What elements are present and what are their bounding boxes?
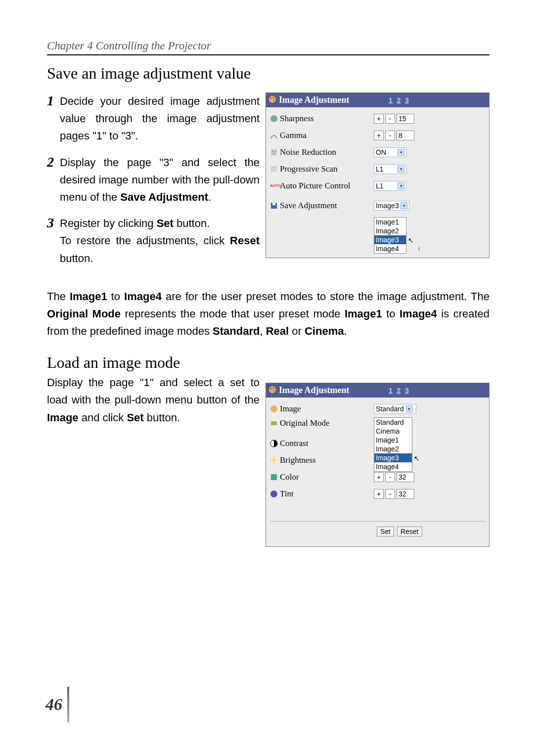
page-tab-1[interactable]: 1 [389,96,393,104]
dropdown-option[interactable]: Cinema [374,427,412,436]
gamma-icon [270,132,278,139]
step-number: 3 [47,215,60,267]
header-rule [47,54,490,55]
dropdown-option-selected[interactable]: Image3↖ [374,453,412,462]
svg-point-17 [273,390,275,392]
page-number: 46 [45,695,62,714]
page-tabs: 1 2 3 [388,96,410,104]
step-3: 3 Register by clicking Set button. To re… [47,215,260,267]
minus-button[interactable]: - [385,114,395,124]
section-title-save: Save an image adjustment value [47,64,490,83]
svg-point-3 [273,100,275,101]
apc-label: Auto Picture Control [280,181,351,191]
dropdown-option[interactable]: Image2 [374,226,406,235]
apc-select[interactable]: L1▾ [374,181,406,191]
save-label: Save Adjustment [280,201,337,211]
progressive-label: Progressive Scan [280,164,338,174]
contrast-label: Contrast [280,439,309,448]
tint-value[interactable]: 32 [397,489,414,499]
svg-rect-19 [271,421,277,425]
panel-title: Image Adjustment [279,385,350,396]
cursor-icon: ↖ [408,236,414,245]
panel-body: Sharpness + - 15 Gamma + - 8 [266,107,489,258]
panel-title: Image Adjustment [279,95,350,105]
image-label: Image [280,404,301,414]
panel-header: Image Adjustment 1 2 3 [266,93,489,107]
chevron-down-icon: ▾ [398,149,404,156]
svg-point-2 [273,97,274,99]
save-dropdown[interactable]: Image1 Image2 Image3↖ Image4 [374,217,406,254]
chevron-down-icon: ▾ [398,182,404,189]
color-value[interactable]: 32 [397,472,414,482]
image-select[interactable]: Standard▾ [374,404,416,414]
step-body: Decide your desired image adjustment val… [60,92,260,145]
svg-point-1 [270,98,272,99]
load-description: Display the page "1" and select a set to… [47,374,260,426]
page-tab-2[interactable]: 2 [397,386,400,395]
dropdown-option[interactable]: Image2 [374,445,412,453]
dropdown-option-selected[interactable]: Image3↖ [374,235,406,244]
image-adjustment-panel-page3: Image Adjustment 1 2 3 Sharpness + - 15 [266,92,490,258]
svg-point-21 [272,458,276,462]
palette-icon [268,95,276,103]
svg-point-4 [270,115,277,122]
contrast-icon [270,440,278,447]
svg-point-8 [273,153,274,154]
plus-button[interactable]: + [374,131,384,140]
page-tab-3[interactable]: 3 [405,96,409,104]
preset-description: The Image1 to Image4 are for the user pr… [47,288,490,340]
panel-header: Image Adjustment 1 2 3 [266,383,489,398]
page-tab-3[interactable]: 3 [405,386,409,395]
progressive-select[interactable]: L1▾ [374,164,406,174]
minus-button[interactable]: - [385,131,395,140]
image-dropdown[interactable]: Standard Cinema Image1 Image2 Image3↖ Im… [374,417,412,472]
noise-label: Noise Reduction [280,147,336,157]
svg-point-18 [270,405,277,412]
gamma-label: Gamma [280,131,307,140]
dropdown-option[interactable]: Image1 [374,218,406,226]
page-tabs: 1 2 3 [388,386,410,395]
set-button[interactable]: Set [377,527,394,536]
brightness-label: Brightness [280,455,316,465]
image-adjustment-panel-page1: Image Adjustment 1 2 3 Image Standard▾ [266,383,490,547]
dropdown-option[interactable]: Image4 [374,462,412,471]
dropdown-option[interactable]: Image1 [374,436,412,445]
plus-button[interactable]: + [374,472,384,482]
step-2: 2 Display the page "3" and select the de… [47,154,260,206]
chevron-down-icon: ▾ [398,166,404,173]
auto-icon: AUTO [270,182,278,190]
dropdown-option[interactable]: Image4 [374,244,406,253]
progressive-icon [270,165,278,173]
page-tab-2[interactable]: 2 [397,96,400,104]
page-tab-1[interactable]: 1 [389,386,393,395]
tint-label: Tint [280,489,294,499]
sharpness-value[interactable]: 15 [397,114,414,124]
page-number-bar: 46 [45,687,69,722]
svg-point-7 [274,151,275,152]
svg-point-14 [269,386,276,393]
svg-rect-26 [271,474,277,480]
sharpness-icon [270,115,278,123]
panel-footer: Set Reset [270,521,485,542]
plus-button[interactable]: + [374,114,384,124]
save-icon [270,202,278,210]
dropdown-option[interactable]: Standard [374,418,412,427]
svg-rect-5 [271,149,277,155]
plus-button[interactable]: + [374,489,384,499]
step-body: Display the page "3" and select the desi… [60,154,260,206]
reset-button[interactable]: Reset [397,527,422,536]
noise-select[interactable]: ON▾ [374,147,406,157]
minus-button[interactable]: - [385,489,395,499]
save-select[interactable]: Image3▾ [374,201,409,211]
minus-button[interactable]: - [385,472,395,482]
color-label: Color [280,472,299,482]
panel-body: Image Standard▾ Original Mode Standard C… [266,398,489,546]
step-1: 1 Decide your desired image adjustment v… [47,92,260,145]
brightness-icon [270,456,278,464]
chevron-down-icon: ▾ [400,202,407,209]
gamma-value[interactable]: 8 [397,131,414,140]
tint-icon [270,490,278,498]
chevron-down-icon: ▾ [406,405,413,412]
page-bar-icon [67,687,69,722]
svg-point-6 [272,150,273,151]
